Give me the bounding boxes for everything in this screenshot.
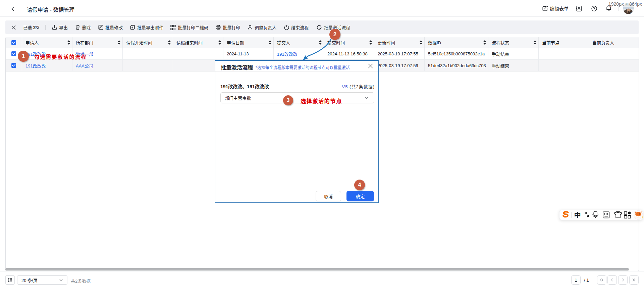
svg-text:中: 中: [574, 211, 581, 219]
